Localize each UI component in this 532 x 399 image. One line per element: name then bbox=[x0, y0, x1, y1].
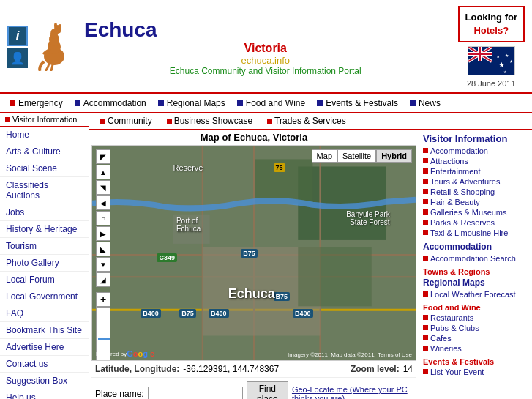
sidebar-item-advertise[interactable]: Advertise Here bbox=[0, 339, 89, 356]
nav-community[interactable]: Community bbox=[93, 114, 160, 127]
right-item-acc-search[interactable]: Accommodation Search bbox=[423, 253, 528, 264]
map-zoom-in[interactable]: + bbox=[96, 292, 110, 307]
nav-events[interactable]: Events & Festivals bbox=[311, 97, 404, 110]
map-btn-satellite[interactable]: Satellite bbox=[337, 149, 376, 163]
link-tours[interactable]: Tours & Adventures bbox=[430, 177, 500, 186]
find-place-button[interactable]: Find place bbox=[247, 381, 288, 399]
svg-text:★: ★ bbox=[495, 54, 499, 59]
link-parks[interactable]: Parks & Reserves bbox=[430, 218, 495, 227]
link-attractions[interactable]: Attractions bbox=[430, 157, 468, 165]
place-name-input[interactable] bbox=[148, 387, 243, 399]
sidebar-item-help[interactable]: Help us bbox=[0, 389, 89, 399]
map-ctrl-move-l[interactable]: ◀ bbox=[96, 195, 110, 210]
right-item-retail[interactable]: Retail & Shopping bbox=[423, 187, 528, 197]
nav-label-regional: Regional Maps bbox=[167, 98, 225, 108]
regional-title: Regional Maps bbox=[423, 277, 528, 288]
nav-label-trades: Trades & Services bbox=[274, 116, 346, 126]
link-entertainment[interactable]: Entertainment bbox=[430, 167, 480, 176]
right-item-parks[interactable]: Parks & Reserves bbox=[423, 217, 528, 228]
link-cafes[interactable]: Cafes bbox=[430, 334, 452, 343]
right-item-attractions[interactable]: Attractions bbox=[423, 156, 528, 166]
sq-wineries bbox=[423, 346, 428, 351]
sidebar-item-photo-gallery[interactable]: Photo Gallery bbox=[0, 255, 89, 272]
events-title: Events & Festivals bbox=[423, 357, 528, 366]
map-ctrl-move-dl[interactable]: ◣ bbox=[96, 242, 110, 256]
right-item-taxi[interactable]: Taxi & Limousine Hire bbox=[423, 228, 528, 238]
link-hair[interactable]: Hair & Beauty bbox=[430, 198, 480, 206]
right-item-restaurants[interactable]: Restaurants bbox=[423, 313, 528, 323]
sidebar-item-arts[interactable]: Arts & Culture bbox=[0, 143, 89, 160]
right-item-wineries[interactable]: Wineries bbox=[423, 343, 528, 354]
sidebar-item-classifieds[interactable]: Classifieds Auctions bbox=[0, 177, 89, 204]
nav-emergency[interactable]: Emergency bbox=[4, 97, 69, 110]
right-item-pubs[interactable]: Pubs & Clubs bbox=[423, 323, 528, 333]
nav-label-community: Community bbox=[108, 116, 152, 126]
geo-locate-link[interactable]: Geo-Locate me (Where your PC thinks you … bbox=[292, 385, 413, 399]
map-ctrl-move-ur[interactable]: ◥ bbox=[96, 180, 110, 195]
link-list-event[interactable]: List Your Event bbox=[430, 368, 484, 376]
link-wineries[interactable]: Wineries bbox=[430, 344, 462, 353]
coords-bar: Latitude, Longitude: -36.129391, 144.748… bbox=[91, 361, 416, 378]
nav-sq-events bbox=[317, 100, 323, 106]
right-item-list-event[interactable]: List Your Event bbox=[423, 367, 528, 377]
sq-entertainment bbox=[423, 168, 428, 174]
map-ctrl-move-ul[interactable]: ◤ bbox=[96, 149, 110, 164]
sidebar-item-home[interactable]: Home bbox=[0, 127, 89, 143]
sidebar-item-local-forum[interactable]: Local Forum bbox=[0, 272, 89, 288]
nav-business[interactable]: Business Showcase bbox=[160, 114, 260, 127]
sidebar-item-local-gov[interactable]: Local Government bbox=[0, 288, 89, 305]
sidebar-item-bookmark[interactable]: Bookmark This Site bbox=[0, 322, 89, 339]
link-accommodation[interactable]: Accommodation bbox=[430, 146, 488, 155]
zoom-value: 14 bbox=[403, 364, 413, 374]
nav-sq-trades bbox=[267, 119, 272, 124]
map-city-label: Echuca bbox=[228, 286, 275, 302]
map-type-buttons: Map Satellite Hybrid bbox=[312, 149, 412, 163]
road-marker-b400-1: B400 bbox=[141, 309, 161, 318]
map-ctrl-move-r[interactable]: ▶ bbox=[96, 226, 110, 241]
sidebar-item-suggestion[interactable]: Suggestion Box bbox=[0, 373, 89, 389]
link-weather[interactable]: Local Weather Forecast bbox=[430, 290, 516, 299]
right-item-galleries[interactable]: Galleries & Museums bbox=[423, 207, 528, 217]
map-btn-hybrid[interactable]: Hybrid bbox=[376, 149, 412, 163]
nav-accommodation[interactable]: Accommodation bbox=[69, 97, 152, 110]
map-ctrl-center[interactable]: ○ bbox=[96, 211, 110, 225]
svg-text:★: ★ bbox=[504, 53, 508, 58]
sidebar-item-history[interactable]: History & Heritage bbox=[0, 221, 89, 238]
map-btn-map[interactable]: Map bbox=[312, 149, 337, 163]
map-ctrl-separator bbox=[96, 288, 110, 291]
right-item-entertainment[interactable]: Entertainment bbox=[423, 166, 528, 176]
right-item-tours[interactable]: Tours & Adventures bbox=[423, 176, 528, 187]
map-ctrl-move-dr[interactable]: ◢ bbox=[96, 272, 110, 287]
sidebar-item-social[interactable]: Social Scene bbox=[0, 160, 89, 177]
site-url: echuca.info bbox=[84, 55, 447, 66]
nav-news[interactable]: News bbox=[404, 97, 446, 110]
link-pubs[interactable]: Pubs & Clubs bbox=[430, 324, 479, 332]
link-retail[interactable]: Retail & Shopping bbox=[430, 187, 495, 196]
nav-regional-maps[interactable]: Regional Maps bbox=[152, 97, 231, 110]
sidebar-item-faq[interactable]: FAQ bbox=[0, 305, 89, 322]
site-tagline: Echuca Community and Visitor Information… bbox=[84, 66, 447, 76]
sidebar-item-tourism[interactable]: Tourism bbox=[0, 238, 89, 255]
nav-label-food: Food and Wine bbox=[246, 98, 305, 108]
nav-sq-news bbox=[410, 100, 416, 106]
right-item-hair[interactable]: Hair & Beauty bbox=[423, 197, 528, 207]
nav-food-wine[interactable]: Food and Wine bbox=[231, 97, 311, 110]
map-ctrl-move-d[interactable]: ▼ bbox=[96, 257, 110, 272]
sidebar-item-jobs[interactable]: Jobs bbox=[0, 204, 89, 221]
nav-visitor-info[interactable]: Visitor Information bbox=[2, 114, 80, 124]
hotel-button[interactable]: Looking for Hotels? bbox=[458, 6, 525, 42]
link-galleries[interactable]: Galleries & Museums bbox=[430, 208, 507, 217]
link-acc-search[interactable]: Accommodation Search bbox=[430, 254, 516, 263]
link-taxi[interactable]: Taxi & Limousine Hire bbox=[430, 228, 508, 237]
link-restaurants[interactable]: Restaurants bbox=[430, 313, 473, 322]
right-item-weather[interactable]: Local Weather Forecast bbox=[423, 289, 528, 299]
right-item-cafes[interactable]: Cafes bbox=[423, 333, 528, 343]
accommodation-section-title: Accommodation bbox=[423, 242, 528, 252]
sidebar-item-contact[interactable]: Contact us bbox=[0, 356, 89, 373]
nav-sq-visitor bbox=[5, 117, 10, 122]
right-item-accommodation[interactable]: Accommodation bbox=[423, 146, 528, 156]
lat-lon-value: -36.129391, 144.748367 bbox=[183, 364, 351, 374]
map-container[interactable]: ◤ ▲ ◥ ◀ ○ ▶ ◣ ▼ ◢ + bbox=[91, 145, 416, 361]
map-ctrl-move-u[interactable]: ▲ bbox=[96, 165, 110, 179]
nav-trades[interactable]: Trades & Services bbox=[260, 114, 353, 127]
